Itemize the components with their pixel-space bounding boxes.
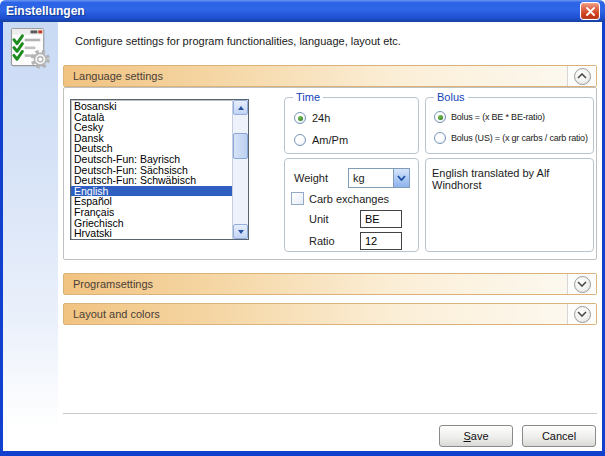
left-gradient-strip <box>3 22 58 451</box>
radio-24h[interactable] <box>294 112 306 124</box>
time-groupbox: Time 24h Am/Pm <box>284 97 419 154</box>
language-list-items: BosanskiCatalàCeskyDanskDeutschDeutsch-F… <box>71 100 232 239</box>
panel-header-layout-and-colors[interactable]: Layout and colors <box>63 303 597 325</box>
cancel-button-label: Cancel <box>542 430 576 442</box>
radio-row-ampm[interactable]: Am/Pm <box>294 134 418 146</box>
scroll-up-icon <box>238 106 244 110</box>
panel-button-area <box>567 66 596 86</box>
bolus-groupbox: Bolus Bolus = (x BE * BE-ratio) Bolus (U… <box>425 97 594 154</box>
list-item[interactable]: Bosanski <box>71 101 232 112</box>
expand-panel-button[interactable] <box>574 276 591 293</box>
radio-row-bolus-be[interactable]: Bolus = (x BE * BE-ratio) <box>434 111 593 123</box>
panel-header-language-settings[interactable]: Language settings <box>63 65 597 87</box>
translation-credit-box: English translated by Alf Windhorst <box>425 158 594 252</box>
settings-checklist-icon <box>10 27 53 70</box>
close-icon <box>586 7 595 16</box>
chevron-down-icon <box>577 311 587 317</box>
scroll-down-icon <box>238 230 244 234</box>
listbox-scrollbar[interactable] <box>232 100 248 239</box>
translation-credit-text: English translated by Alf Windhorst <box>432 167 549 191</box>
radio-ampm[interactable] <box>294 134 306 146</box>
radio-label: Am/Pm <box>312 134 348 146</box>
combobox-dropdown-button[interactable] <box>393 168 410 188</box>
panel-title: Language settings <box>64 70 163 82</box>
bolus-legend: Bolus <box>434 91 468 103</box>
radio-label: 24h <box>312 112 330 124</box>
chevron-down-icon <box>397 175 406 181</box>
close-button[interactable] <box>580 2 600 20</box>
dialog-description: Configure settings for program functiona… <box>75 35 545 47</box>
settings-dialog: Einstellungen <box>0 0 605 456</box>
carb-exchanges-label: Carb exchanges <box>309 193 389 205</box>
expand-panel-button[interactable] <box>574 306 591 323</box>
radio-bolus-us[interactable] <box>434 132 446 144</box>
carb-exchanges-checkbox[interactable] <box>291 192 304 205</box>
language-settings-panel: BosanskiCatalàCeskyDanskDeutschDeutsch-F… <box>63 87 597 260</box>
unit-label: Unit <box>309 213 329 225</box>
panel-button-area <box>567 274 596 294</box>
dialog-frame: Configure settings for program functiona… <box>0 22 605 456</box>
scroll-up-button[interactable] <box>233 100 248 115</box>
footer-separator <box>63 413 597 414</box>
combobox-value[interactable]: kg <box>348 168 393 188</box>
radio-label: Bolus (US) = (x gr carbs / carb ratio) <box>451 133 588 143</box>
panel-button-area <box>567 304 596 324</box>
scrollbar-thumb[interactable] <box>233 133 248 159</box>
collapse-panel-button[interactable] <box>574 68 591 85</box>
weight-unit-combobox[interactable]: kg <box>348 168 410 188</box>
radio-row-24h[interactable]: 24h <box>294 112 418 124</box>
ratio-field[interactable] <box>360 232 402 250</box>
list-item[interactable]: Français <box>71 207 232 218</box>
cancel-button[interactable]: Cancel <box>522 425 596 447</box>
radio-label: Bolus = (x BE * BE-ratio) <box>451 112 545 122</box>
list-item[interactable]: Deutsch-Fun: Bayrisch <box>71 154 232 165</box>
window-title: Einstellungen <box>6 4 85 18</box>
dialog-content: Configure settings for program functiona… <box>3 22 602 451</box>
scroll-down-button[interactable] <box>233 224 248 239</box>
ratio-label: Ratio <box>309 235 335 247</box>
save-button[interactable]: Save <box>439 425 513 447</box>
chevron-up-icon <box>577 73 587 79</box>
list-item[interactable]: Hrvatski <box>71 228 232 239</box>
chevron-down-icon <box>577 281 587 287</box>
unit-field[interactable] <box>360 210 402 228</box>
panel-title: Programsettings <box>64 278 153 290</box>
radio-row-bolus-us[interactable]: Bolus (US) = (x gr carbs / carb ratio) <box>434 132 593 144</box>
weight-groupbox: Weight kg Carb exchanges <box>284 158 419 252</box>
panel-title: Layout and colors <box>64 308 160 320</box>
time-legend: Time <box>293 91 323 103</box>
weight-label: Weight <box>294 172 328 184</box>
language-listbox[interactable]: BosanskiCatalàCeskyDanskDeutschDeutsch-F… <box>70 99 249 240</box>
radio-bolus-be[interactable] <box>434 111 446 123</box>
title-bar[interactable]: Einstellungen <box>0 0 605 22</box>
panel-header-programsettings[interactable]: Programsettings <box>63 273 597 295</box>
carb-exchanges-row[interactable]: Carb exchanges <box>291 192 389 205</box>
save-button-label: Save <box>463 430 488 442</box>
